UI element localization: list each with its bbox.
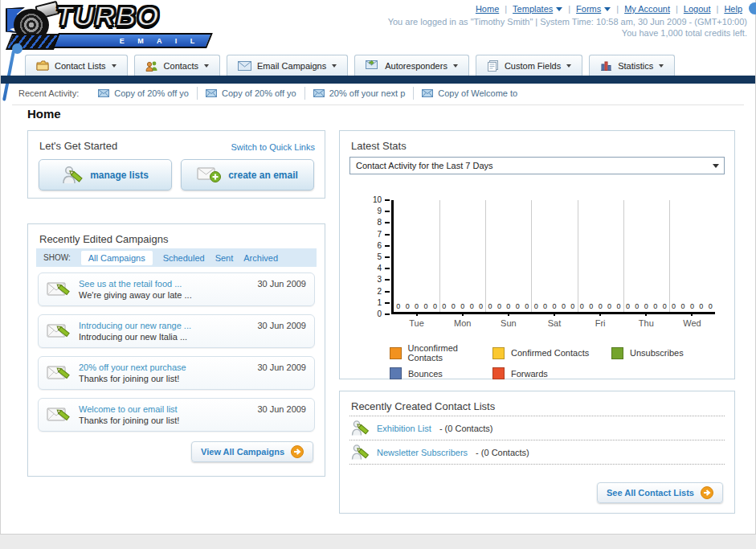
recent-activity-item-label: Copy of 20% off yo	[222, 88, 296, 98]
my-account-link[interactable]: My Account	[624, 4, 670, 14]
divider-dotted	[349, 464, 725, 465]
recent-activity-item[interactable]: Copy of 20% off yo	[197, 87, 304, 100]
mail-small-icon	[313, 89, 325, 97]
recent-activity-label: Recent Activity:	[18, 88, 79, 98]
arrow-circle-icon	[291, 445, 304, 458]
x-axis-label: Sun	[501, 318, 517, 328]
campaign-pencil-icon	[47, 322, 71, 341]
contact-list-link[interactable]: Exhibition List	[377, 424, 431, 433]
login-status: You are logged in as "Timothy Smith" | S…	[388, 17, 747, 27]
see-all-contact-lists-label: See All Contact Lists	[607, 488, 694, 498]
x-axis-label: Sat	[548, 318, 562, 328]
campaign-title-link[interactable]: Introducing our new range ...	[79, 320, 249, 331]
campaign-title-link[interactable]: See us at the retail food ...	[79, 278, 249, 289]
home-link[interactable]: Home	[476, 4, 499, 14]
campaign-row[interactable]: 20% off your next purchaseThanks for joi…	[38, 356, 315, 390]
contact-list-row[interactable]: Newsletter Subscribers- (0 Contacts)	[349, 440, 725, 464]
campaigns-title: Recently Edited Campaigns	[39, 233, 168, 245]
filter-scheduled[interactable]: Scheduled	[163, 253, 205, 263]
legend-swatch	[390, 347, 402, 359]
x-axis-label: Mon	[454, 318, 471, 328]
chevron-down-icon	[604, 7, 611, 11]
switch-to-quick-links-link[interactable]: Switch to Quick Links	[231, 142, 315, 152]
nav-tab-custom-fields[interactable]: Custom Fields	[476, 55, 582, 76]
bar-value-label: 0	[626, 302, 630, 310]
y-axis-tick	[385, 199, 390, 201]
campaign-title-link[interactable]: 20% off your next purchase	[79, 362, 249, 373]
nav-tab-label: Autoresponders	[385, 61, 447, 71]
stats-period-select[interactable]: Contact Activity for the Last 7 Days	[349, 157, 725, 174]
get-started-buttons: manage listscreate an email	[39, 159, 314, 191]
campaign-pencil-icon	[47, 363, 71, 383]
chevron-down-icon	[332, 64, 337, 68]
filter-archived[interactable]: Archived	[243, 253, 278, 263]
nav-tab-label: Contacts	[164, 61, 198, 71]
campaign-date: 30 Jun 2009	[257, 321, 306, 330]
x-axis-tick	[645, 312, 647, 316]
header-links: Home|Templates |Forms |My Account|Logout…	[476, 4, 742, 14]
chevron-down-icon	[713, 164, 719, 168]
x-axis-tick	[554, 312, 555, 316]
y-axis-tick	[385, 302, 390, 304]
arrow-circle-icon	[701, 486, 713, 499]
campaign-subtitle: Introducing our new Italia ...	[79, 331, 249, 342]
templates-link[interactable]: Templates	[513, 4, 562, 14]
recent-activity-item[interactable]: Copy of Welcome to	[413, 87, 525, 100]
recent-activity-bar: Recent Activity: Copy of 20% off yoCopy …	[1, 84, 755, 103]
logo-bar: E M A I L	[52, 33, 213, 48]
y-axis-tick-label: 0	[349, 309, 382, 318]
recent-activity-item[interactable]: 20% off your next p	[304, 87, 414, 100]
nav-tab-email-campaigns[interactable]: Email Campaigns	[227, 55, 348, 76]
filter-all-campaigns[interactable]: All Campaigns	[81, 251, 153, 265]
nav-tab-contacts[interactable]: Contacts	[134, 55, 220, 76]
bar-value-label: 0	[433, 302, 437, 310]
recent-activity-item[interactable]: Copy of 20% off yo	[90, 87, 197, 100]
gridline	[439, 200, 440, 312]
x-axis-tick	[416, 312, 418, 316]
link-separator: |	[505, 4, 507, 14]
main-nav: Contact ListsContactsEmail CampaignsAuto…	[1, 55, 755, 76]
legend-label: Confirmed Contacts	[511, 348, 589, 358]
nav-tab-label: Custom Fields	[505, 61, 561, 71]
y-axis-tick	[385, 279, 390, 281]
bar-value-label: 0	[552, 302, 556, 310]
see-all-contact-lists-button[interactable]: See All Contact Lists	[597, 482, 723, 503]
list-pencil-icon	[351, 420, 369, 436]
nav-tab-autoresponders[interactable]: Autoresponders	[354, 55, 469, 76]
bar-value-label: 0	[525, 302, 529, 310]
bar-value-label: 0	[543, 302, 547, 310]
manage-lists-button[interactable]: manage lists	[39, 159, 172, 191]
contact-list-row[interactable]: Exhibition List- (0 Contacts)	[349, 416, 725, 440]
campaign-text: Welcome to our email listThanks for join…	[79, 404, 249, 426]
legend-item-confirmed-contacts: Confirmed Contacts	[492, 343, 611, 363]
bar-value-label: 0	[470, 302, 474, 310]
view-all-campaigns-button[interactable]: View All Campaigns	[191, 441, 313, 462]
campaign-row[interactable]: Welcome to our email listThanks for join…	[38, 398, 315, 432]
contact-list-link[interactable]: Newsletter Subscribers	[377, 448, 468, 457]
forms-link[interactable]: Forms	[576, 4, 611, 14]
legend-swatch	[492, 367, 505, 379]
bar-value-label: 0	[562, 302, 566, 310]
filter-sent[interactable]: Sent	[215, 253, 234, 263]
nav-tab-contact-lists[interactable]: Contact Lists	[25, 55, 128, 76]
create-an-email-button[interactable]: create an email	[181, 159, 314, 191]
y-axis-tick-label: 9	[349, 207, 382, 215]
nav-tab-statistics[interactable]: Statistics	[589, 55, 675, 76]
show-label: SHOW:	[43, 253, 71, 262]
logout-link[interactable]: Logout	[684, 4, 711, 14]
contacts-icon	[145, 60, 158, 72]
campaign-title-link[interactable]: Welcome to our email list	[79, 404, 249, 415]
legend-item-unconfirmed-contacts: Unconfirmed Contacts	[390, 343, 492, 363]
brand-title: TURBO	[55, 2, 159, 30]
help-link[interactable]: Help	[724, 4, 742, 14]
logo[interactable]: TURBO E M A I L	[6, 2, 215, 49]
decorative-dot-right	[749, 2, 756, 14]
link-separator: |	[717, 4, 719, 14]
y-axis-tick-label: 1	[349, 298, 382, 307]
person-pencil-icon	[62, 166, 83, 185]
x-axis-label: Fri	[595, 318, 606, 328]
bar-value-label: 0	[570, 302, 574, 310]
campaign-row[interactable]: See us at the retail food ...We're givin…	[38, 272, 315, 306]
y-axis-tick-label: 2	[349, 287, 382, 296]
campaign-row[interactable]: Introducing our new range ...Introducing…	[38, 314, 315, 348]
